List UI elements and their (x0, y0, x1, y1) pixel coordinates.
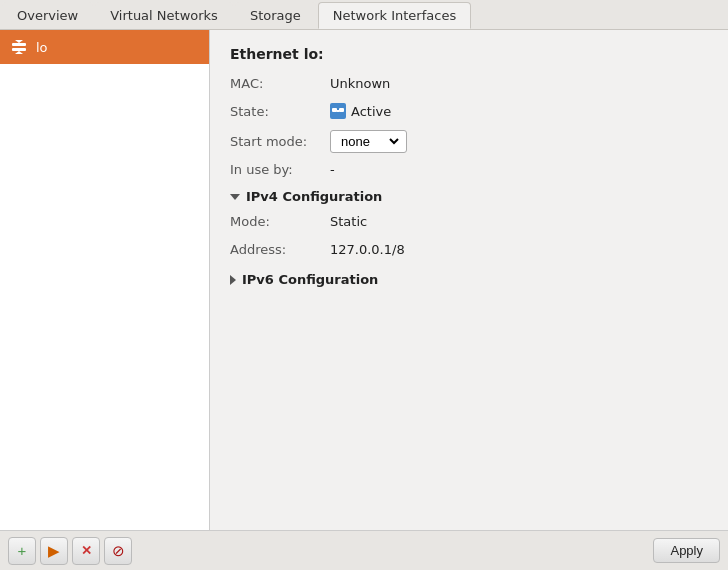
start-mode-select[interactable]: none onboot hotplug (335, 133, 402, 150)
in-use-value: - (330, 162, 335, 177)
mac-label: MAC: (230, 76, 330, 91)
detail-title: Ethernet lo: (230, 46, 708, 62)
block-icon: ⊘ (112, 542, 125, 560)
mac-row: MAC: Unknown (230, 72, 708, 94)
svg-rect-7 (337, 110, 340, 112)
main-content: lo Ethernet lo: MAC: Unknown State: (0, 30, 728, 530)
ipv4-address-value: 127.0.0.1/8 (330, 242, 405, 257)
tab-network-interfaces[interactable]: Network Interfaces (318, 2, 471, 29)
ipv4-mode-label: Mode: (230, 214, 330, 229)
svg-marker-2 (15, 40, 23, 43)
start-mode-label: Start mode: (230, 134, 330, 149)
stop-icon: ✕ (81, 543, 92, 558)
svg-rect-1 (12, 48, 26, 51)
svg-rect-6 (339, 108, 344, 112)
apply-button[interactable]: Apply (653, 538, 720, 563)
interface-name-lo: lo (36, 40, 48, 55)
ipv6-header-label: IPv6 Configuration (242, 272, 378, 287)
tab-storage[interactable]: Storage (235, 2, 316, 29)
state-text: Active (351, 104, 391, 119)
tab-bar: Overview Virtual Networks Storage Networ… (0, 0, 728, 30)
tab-overview[interactable]: Overview (2, 2, 93, 29)
start-mode-row: Start mode: none onboot hotplug (230, 128, 708, 154)
start-interface-button[interactable]: ▶ (40, 537, 68, 565)
state-value: Active (330, 103, 391, 119)
svg-rect-5 (332, 108, 337, 112)
add-interface-button[interactable]: + (8, 537, 36, 565)
bottom-toolbar: + ▶ ✕ ⊘ Apply (0, 530, 728, 570)
state-icon (330, 103, 346, 119)
svg-marker-3 (15, 51, 23, 54)
ipv4-mode-row: Mode: Static (230, 210, 708, 232)
ipv4-section-header[interactable]: IPv4 Configuration (230, 189, 708, 204)
tab-virtual-networks[interactable]: Virtual Networks (95, 2, 233, 29)
ipv4-address-label: Address: (230, 242, 330, 257)
ipv6-collapse-icon (230, 275, 236, 285)
mac-value: Unknown (330, 76, 390, 91)
in-use-row: In use by: - (230, 162, 708, 177)
interface-item-lo[interactable]: lo (0, 30, 209, 64)
add-icon: + (18, 542, 27, 559)
network-interface-icon (10, 38, 28, 56)
in-use-label: In use by: (230, 162, 330, 177)
state-label: State: (230, 104, 330, 119)
ipv4-collapse-icon (230, 194, 240, 200)
start-mode-dropdown[interactable]: none onboot hotplug (330, 130, 407, 153)
ipv4-mode-value: Static (330, 214, 367, 229)
toolbar-left: + ▶ ✕ ⊘ (8, 537, 132, 565)
play-icon: ▶ (48, 542, 60, 560)
state-row: State: Active (230, 100, 708, 122)
detail-panel: Ethernet lo: MAC: Unknown State: Acti (210, 30, 728, 530)
stop-interface-button[interactable]: ✕ (72, 537, 100, 565)
interface-list: lo (0, 30, 210, 530)
ipv4-header-label: IPv4 Configuration (246, 189, 382, 204)
svg-rect-0 (12, 43, 26, 46)
ipv4-address-row: Address: 127.0.0.1/8 (230, 238, 708, 260)
ipv6-section-header[interactable]: IPv6 Configuration (230, 272, 708, 287)
block-interface-button[interactable]: ⊘ (104, 537, 132, 565)
